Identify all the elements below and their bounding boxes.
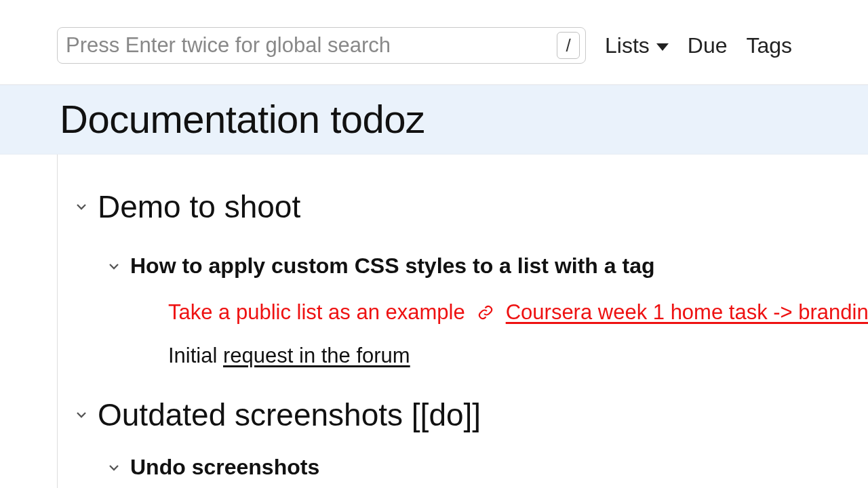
content-pane: Demo to shoot How to apply custom CSS st…	[0, 155, 868, 480]
chevron-down-icon	[75, 408, 88, 422]
item-forum-request[interactable]: Initial request in the forum	[60, 344, 868, 368]
nav-due-label: Due	[688, 33, 728, 58]
caret-down-icon	[656, 43, 669, 51]
nav-due[interactable]: Due	[688, 33, 728, 58]
item-public-list-example-link[interactable]: Coursera week 1 home task -> branding, b…	[506, 300, 868, 325]
item-public-list-example[interactable]: Take a public list as an example Courser…	[60, 300, 868, 325]
slash-shortcut-hint: /	[557, 32, 580, 59]
item-public-list-example-text: Take a public list as an example	[168, 300, 465, 325]
item-undo-screenshots[interactable]: Undo screenshots	[60, 455, 868, 480]
search-input[interactable]	[66, 33, 557, 58]
outline-guide-line	[57, 155, 58, 488]
item-undo-screenshots-title: Undo screenshots	[130, 455, 319, 480]
item-custom-css[interactable]: How to apply custom CSS styles to a list…	[60, 253, 868, 279]
section-outdated[interactable]: Outdated screenshots [[do]]	[60, 396, 868, 433]
search-box[interactable]: /	[57, 27, 586, 64]
link-icon	[477, 304, 494, 321]
chevron-down-icon	[75, 200, 88, 214]
section-demo[interactable]: Demo to shoot	[60, 188, 868, 225]
page-title: Documentation todoz	[60, 96, 868, 142]
nav-lists[interactable]: Lists	[605, 33, 669, 58]
section-outdated-title: Outdated screenshots [[do]]	[98, 396, 481, 433]
section-demo-title: Demo to shoot	[98, 188, 300, 225]
item-custom-css-title: How to apply custom CSS styles to a list…	[130, 253, 654, 279]
nav-lists-label: Lists	[605, 33, 650, 58]
chevron-down-icon	[107, 461, 121, 474]
topbar: / Lists Due Tags	[0, 0, 868, 85]
nav-tags[interactable]: Tags	[747, 33, 793, 58]
nav-tags-label: Tags	[747, 33, 793, 58]
title-band: Documentation todoz	[0, 85, 868, 155]
chevron-down-icon	[107, 260, 121, 273]
item-forum-request-link[interactable]: request in the forum	[223, 344, 410, 367]
item-forum-request-prefix: Initial	[168, 344, 223, 367]
